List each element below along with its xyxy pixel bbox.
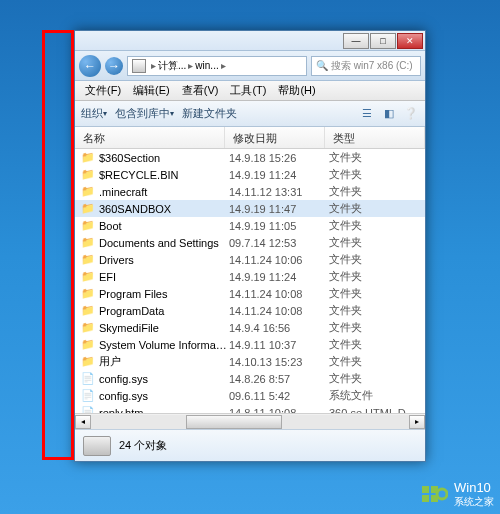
file-date: 14.11.24 10:08 xyxy=(229,305,329,317)
watermark-logo-icon xyxy=(420,480,448,508)
menu-bar: 文件(F) 编辑(E) 查看(V) 工具(T) 帮助(H) xyxy=(75,81,425,101)
status-bar: 24 个对象 xyxy=(75,429,425,461)
file-row[interactable]: 📁EFI14.9.19 11:24文件夹 xyxy=(75,268,425,285)
file-date: 14.8.11 10:08 xyxy=(229,407,329,414)
file-date: 09.6.11 5:42 xyxy=(229,390,329,402)
file-name: $RECYCLE.BIN xyxy=(99,169,229,181)
toolbar: 组织 包含到库中 新建文件夹 ☰ ◧ ❔ xyxy=(75,101,425,127)
file-type: 文件夹 xyxy=(329,371,425,386)
file-name: .minecraft xyxy=(99,186,229,198)
file-type: 文件夹 xyxy=(329,184,425,199)
folder-icon: 📁 xyxy=(81,270,95,284)
file-row[interactable]: 📁用户14.10.13 15:23文件夹 xyxy=(75,353,425,370)
drive-status-icon xyxy=(83,436,111,456)
folder-icon: 📁 xyxy=(81,236,95,250)
scroll-thumb[interactable] xyxy=(186,415,281,429)
menu-tools[interactable]: 工具(T) xyxy=(224,81,272,100)
toolbar-organize[interactable]: 组织 xyxy=(81,106,107,121)
file-date: 14.9.11 10:37 xyxy=(229,339,329,351)
file-name: Drivers xyxy=(99,254,229,266)
file-type: 文件夹 xyxy=(329,269,425,284)
file-name: Documents and Settings xyxy=(99,237,229,249)
col-name[interactable]: 名称 xyxy=(75,127,225,148)
file-row[interactable]: 📁Program Files14.11.24 10:08文件夹 xyxy=(75,285,425,302)
file-row[interactable]: 📁SkymediFile14.9.4 16:56文件夹 xyxy=(75,319,425,336)
svg-point-4 xyxy=(437,489,447,499)
close-button[interactable]: ✕ xyxy=(397,33,423,49)
file-date: 14.9.19 11:05 xyxy=(229,220,329,232)
svg-rect-0 xyxy=(422,486,429,493)
toolbar-include[interactable]: 包含到库中 xyxy=(115,106,174,121)
file-type: 系统文件 xyxy=(329,388,425,403)
file-type: 文件夹 xyxy=(329,150,425,165)
maximize-button[interactable]: □ xyxy=(370,33,396,49)
file-type: 文件夹 xyxy=(329,286,425,301)
file-date: 14.9.19 11:24 xyxy=(229,271,329,283)
file-row[interactable]: 📁$360Section14.9.18 15:26文件夹 xyxy=(75,149,425,166)
file-type: 文件夹 xyxy=(329,303,425,318)
file-row[interactable]: 📁Drivers14.11.24 10:06文件夹 xyxy=(75,251,425,268)
file-name: EFI xyxy=(99,271,229,283)
watermark-sub: 系统之家 xyxy=(454,496,494,507)
search-placeholder: 搜索 win7 x86 (C:) xyxy=(331,59,413,73)
file-name: config.sys xyxy=(99,373,229,385)
file-row[interactable]: 📁Boot14.9.19 11:05文件夹 xyxy=(75,217,425,234)
folder-icon: 📁 xyxy=(81,168,95,182)
file-row[interactable]: 📁360SANDBOX14.9.19 11:47文件夹 xyxy=(75,200,425,217)
breadcrumb-seg[interactable]: 计算... xyxy=(158,59,186,73)
col-date[interactable]: 修改日期 xyxy=(225,127,325,148)
horizontal-scrollbar[interactable]: ◂ ▸ xyxy=(75,413,425,429)
file-type: 文件夹 xyxy=(329,320,425,335)
folder-icon: 📁 xyxy=(81,287,95,301)
file-type: 文件夹 xyxy=(329,167,425,182)
minimize-button[interactable]: — xyxy=(343,33,369,49)
view-icon[interactable]: ☰ xyxy=(359,106,375,122)
file-type: 文件夹 xyxy=(329,218,425,233)
file-list: 📁$360Section14.9.18 15:26文件夹📁$RECYCLE.BI… xyxy=(75,149,425,413)
column-headers: 名称 修改日期 类型 xyxy=(75,127,425,149)
status-count: 24 个对象 xyxy=(119,438,167,453)
scroll-track[interactable] xyxy=(91,415,409,429)
explorer-window: — □ ✕ ← → ▸ 计算... ▸ win... ▸ 🔍 搜索 win7 x… xyxy=(74,30,426,462)
annotation-box xyxy=(42,30,74,460)
toolbar-newfolder[interactable]: 新建文件夹 xyxy=(182,106,237,121)
file-type: 文件夹 xyxy=(329,337,425,352)
chevron-right-icon: ▸ xyxy=(221,60,226,71)
file-name: 360SANDBOX xyxy=(99,203,229,215)
watermark-brand: Win10 xyxy=(454,481,494,495)
nav-back-button[interactable]: ← xyxy=(79,55,101,77)
file-row[interactable]: 📄config.sys09.6.11 5:42系统文件 xyxy=(75,387,425,404)
file-row[interactable]: 📁$RECYCLE.BIN14.9.19 11:24文件夹 xyxy=(75,166,425,183)
search-input[interactable]: 🔍 搜索 win7 x86 (C:) xyxy=(311,56,421,76)
file-row[interactable]: 📄reply.htm14.8.11 10:08360 se HTML D xyxy=(75,404,425,413)
nav-forward-button[interactable]: → xyxy=(105,57,123,75)
breadcrumb-seg[interactable]: win... xyxy=(195,60,218,71)
preview-pane-icon[interactable]: ◧ xyxy=(381,106,397,122)
file-type: 360 se HTML D xyxy=(329,407,425,414)
menu-edit[interactable]: 编辑(E) xyxy=(127,81,176,100)
folder-icon: 📁 xyxy=(81,151,95,165)
scroll-left-button[interactable]: ◂ xyxy=(75,415,91,429)
menu-file[interactable]: 文件(F) xyxy=(79,81,127,100)
file-type: 文件夹 xyxy=(329,201,425,216)
file-type: 文件夹 xyxy=(329,354,425,369)
file-row[interactable]: 📁Documents and Settings09.7.14 12:53文件夹 xyxy=(75,234,425,251)
file-name: 用户 xyxy=(99,354,229,369)
file-icon: 📄 xyxy=(81,389,95,403)
search-icon: 🔍 xyxy=(316,60,328,71)
file-row[interactable]: 📄config.sys14.8.26 8:57文件夹 xyxy=(75,370,425,387)
chevron-right-icon: ▸ xyxy=(151,60,156,71)
file-date: 14.10.13 15:23 xyxy=(229,356,329,368)
breadcrumb[interactable]: ▸ 计算... ▸ win... ▸ xyxy=(127,56,307,76)
folder-icon: 📁 xyxy=(81,321,95,335)
address-bar: ← → ▸ 计算... ▸ win... ▸ 🔍 搜索 win7 x86 (C:… xyxy=(75,51,425,81)
col-type[interactable]: 类型 xyxy=(325,127,425,148)
file-row[interactable]: 📁.minecraft14.11.12 13:31文件夹 xyxy=(75,183,425,200)
menu-view[interactable]: 查看(V) xyxy=(176,81,225,100)
menu-help[interactable]: 帮助(H) xyxy=(272,81,321,100)
file-date: 14.8.26 8:57 xyxy=(229,373,329,385)
file-row[interactable]: 📁ProgramData14.11.24 10:08文件夹 xyxy=(75,302,425,319)
help-icon[interactable]: ❔ xyxy=(403,106,419,122)
file-row[interactable]: 📁System Volume Information14.9.11 10:37文… xyxy=(75,336,425,353)
scroll-right-button[interactable]: ▸ xyxy=(409,415,425,429)
